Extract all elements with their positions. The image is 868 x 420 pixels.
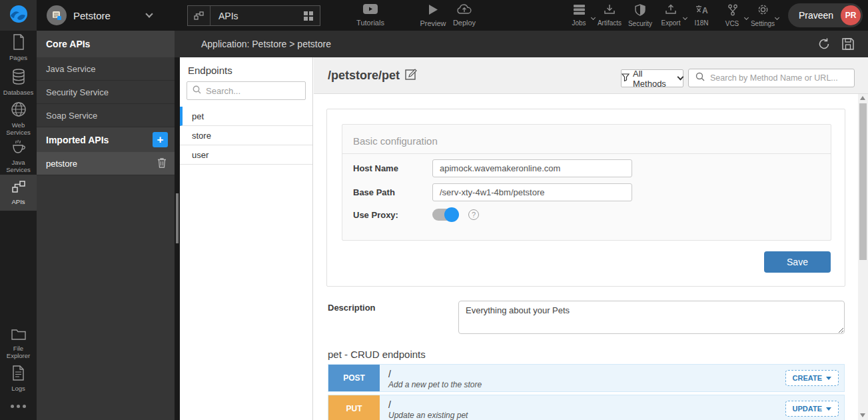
project-avatar-icon xyxy=(47,5,67,25)
grid-icon[interactable] xyxy=(297,11,320,21)
crud-endpoints-title: pet - CRUD endpoints xyxy=(328,349,426,360)
method-row-post[interactable]: POST / Add a new pet to the store CREATE xyxy=(328,364,845,392)
artifacts-button[interactable]: Artifacts xyxy=(594,0,625,31)
api-nodes-icon xyxy=(11,179,26,197)
method-row-put[interactable]: PUT / Update an existing pet UPDATE xyxy=(328,395,845,420)
host-name-label: Host Name xyxy=(353,163,432,173)
tutorials-button[interactable]: Tutorials xyxy=(353,0,388,31)
deploy-button[interactable]: Deploy xyxy=(448,0,480,31)
sidebar-item-soap-service[interactable]: Soap Service xyxy=(37,104,175,127)
more-options-icon[interactable] xyxy=(0,395,37,420)
put-method-badge: PUT xyxy=(328,395,380,420)
petstore-label: petstore xyxy=(46,159,77,169)
trash-icon[interactable] xyxy=(157,157,167,170)
help-icon[interactable]: ? xyxy=(468,209,479,220)
post-method-badge: POST xyxy=(328,365,380,391)
endpoint-search-input[interactable] xyxy=(206,86,299,96)
export-button[interactable]: Export xyxy=(655,0,686,31)
create-action-button[interactable]: CREATE xyxy=(785,370,839,386)
nav-spacer xyxy=(0,211,37,325)
basic-configuration-panel: Basic configuration Host Name Base Path … xyxy=(342,124,831,241)
jobs-label: Jobs xyxy=(572,19,586,27)
sidebar-item-petstore[interactable]: petstore xyxy=(37,152,175,175)
page-title: /petstore/pet xyxy=(328,69,400,83)
vcs-label: VCS xyxy=(725,20,739,27)
coffee-icon xyxy=(11,139,27,157)
refresh-icon[interactable] xyxy=(817,37,831,51)
cloud-upload-icon xyxy=(457,4,472,17)
method-path: / xyxy=(388,399,785,410)
chevron-down-icon xyxy=(775,15,779,20)
preview-button[interactable]: Preview xyxy=(416,0,450,31)
filter-icon xyxy=(622,73,630,83)
method-search-input[interactable] xyxy=(710,73,843,83)
description-field[interactable]: Everything about your Pets xyxy=(458,301,845,334)
sidebar-item-file-explorer[interactable]: File Explorer xyxy=(0,325,37,362)
breadcrumb: Application: Petstore > petstore xyxy=(201,39,331,49)
settings-label: Settings xyxy=(751,20,775,27)
main-scrollbar[interactable] xyxy=(858,94,868,420)
vcs-button[interactable]: VCS xyxy=(717,0,747,31)
scrollbar-thumb[interactable] xyxy=(176,193,179,243)
sidebar-item-pages[interactable]: Pages xyxy=(0,31,37,65)
endpoint-item-store[interactable]: store xyxy=(180,126,312,145)
play-icon xyxy=(428,4,438,18)
scroll-down-icon[interactable] xyxy=(860,413,865,417)
download-icon xyxy=(604,4,616,18)
sidebar-item-logs[interactable]: Logs xyxy=(0,362,37,395)
add-api-button[interactable]: + xyxy=(153,132,168,147)
endpoint-item-user[interactable]: user xyxy=(180,145,312,165)
gear-icon xyxy=(757,3,769,19)
chevron-down-icon xyxy=(826,407,831,411)
update-action-button[interactable]: UPDATE xyxy=(785,401,839,417)
database-icon xyxy=(11,69,26,87)
wavemaker-studio: Petstore APIs Tutorials Preview xyxy=(0,0,868,420)
svg-text:A: A xyxy=(702,6,708,15)
i18n-button[interactable]: A I18N xyxy=(686,0,717,31)
avatar: PR xyxy=(841,5,861,25)
security-button[interactable]: Security xyxy=(625,0,655,31)
endpoint-search[interactable] xyxy=(187,81,306,100)
endpoint-item-pet[interactable]: pet xyxy=(180,107,312,126)
brand-logo[interactable] xyxy=(0,0,37,31)
methods-filter-dropdown[interactable]: All Methods xyxy=(621,69,683,87)
breadcrumb-actions xyxy=(817,31,855,57)
description-label: Description xyxy=(328,301,458,334)
endpoints-panel: Endpoints pet store user xyxy=(180,57,313,420)
use-proxy-toggle[interactable] xyxy=(432,209,458,221)
sidebar-item-java-service[interactable]: Java Service xyxy=(37,57,175,81)
imported-apis-header: Imported APIs + xyxy=(37,127,175,152)
export-label: Export xyxy=(661,19,681,27)
sidebar-item-databases[interactable]: Databases xyxy=(0,65,37,100)
user-menu[interactable]: Praveen PR xyxy=(788,3,863,27)
sidebar-item-web-services[interactable]: Web Services xyxy=(0,100,37,137)
toolbar-icons: Jobs Artifacts Security Export xyxy=(564,0,778,31)
api-nodes-icon xyxy=(188,6,211,25)
module-label: APIs xyxy=(211,11,297,21)
base-path-field[interactable] xyxy=(432,183,632,201)
service-settings-card: Basic configuration Host Name Base Path … xyxy=(326,109,845,287)
server-icon xyxy=(573,4,586,18)
save-icon[interactable] xyxy=(841,37,855,51)
sidebar-item-apis[interactable]: APIs xyxy=(0,175,37,211)
imported-apis-label: Imported APIs xyxy=(46,135,109,145)
description-row: Description Everything about your Pets xyxy=(328,301,845,334)
module-selector[interactable]: APIs xyxy=(187,5,320,26)
chevron-down-icon xyxy=(677,74,684,81)
wave-logo-icon xyxy=(9,4,29,27)
endpoints-title: Endpoints xyxy=(180,57,312,81)
sidebar-item-security-service[interactable]: Security Service xyxy=(37,81,175,104)
host-name-field[interactable] xyxy=(432,159,632,177)
sidebar-scrollbar[interactable] xyxy=(175,57,180,420)
edit-icon[interactable] xyxy=(405,68,418,83)
scrollbar-thumb[interactable] xyxy=(859,103,867,260)
jobs-button[interactable]: Jobs xyxy=(564,0,594,31)
method-summary: Add a new pet to the store xyxy=(388,380,785,389)
sidebar-item-java-services[interactable]: Java Services xyxy=(0,137,37,175)
project-selector[interactable]: Petstore xyxy=(47,0,152,31)
method-search[interactable] xyxy=(688,69,855,87)
scroll-up-icon[interactable] xyxy=(860,96,865,100)
deploy-label: Deploy xyxy=(453,19,476,27)
save-button[interactable]: Save xyxy=(764,251,831,273)
settings-button[interactable]: Settings xyxy=(747,0,778,31)
